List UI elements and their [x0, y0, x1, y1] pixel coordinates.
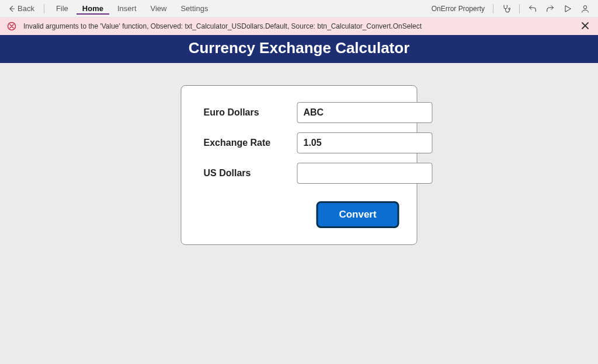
top-menubar: Back File Home Insert View Settings OnEr… [0, 0, 598, 18]
property-label: OnError Property [432, 5, 485, 13]
divider [44, 4, 44, 13]
divider [519, 4, 520, 13]
back-label: Back [18, 4, 34, 13]
input-exchange-rate[interactable] [297, 132, 433, 153]
error-icon [7, 22, 16, 31]
back-button[interactable]: Back [5, 3, 38, 14]
menu-item-insert[interactable]: Insert [112, 3, 142, 14]
divider [493, 4, 493, 13]
menu-item-view[interactable]: View [145, 3, 173, 14]
error-bar: Invalid arguments to the 'Value' functio… [0, 18, 598, 35]
row-usd: US Dollars [204, 163, 399, 184]
redo-button[interactable] [542, 1, 558, 16]
menu-item-settings[interactable]: Settings [175, 3, 214, 14]
error-message: Invalid arguments to the 'Value' functio… [23, 22, 422, 30]
menu-item-file[interactable]: File [50, 3, 74, 14]
input-us-dollars[interactable] [297, 163, 433, 184]
input-euro-dollars[interactable] [297, 102, 433, 123]
undo-button[interactable] [524, 1, 541, 16]
calculator-card: Euro Dollars Exchange Rate US Dollars Co… [181, 85, 418, 245]
close-icon [582, 22, 589, 29]
menu-item-home[interactable]: Home [77, 3, 109, 15]
stethoscope-icon [502, 4, 511, 13]
play-icon [563, 4, 572, 13]
convert-button[interactable]: Convert [317, 201, 399, 228]
app-title: Currency Exchange Calculator [0, 35, 598, 63]
user-button[interactable] [577, 1, 593, 16]
menubar-right: OnError Property [432, 1, 593, 16]
app-canvas: Currency Exchange Calculator Euro Dollar… [0, 35, 598, 364]
error-close-button[interactable] [579, 21, 591, 32]
label-euro: Euro Dollars [204, 107, 297, 118]
diagnostics-button[interactable] [498, 1, 514, 16]
undo-icon [528, 4, 537, 13]
svg-point-0 [509, 8, 510, 9]
label-usd: US Dollars [204, 168, 297, 178]
menubar-left: Back File Home Insert View Settings [5, 3, 214, 15]
redo-icon [545, 4, 555, 13]
label-rate: Exchange Rate [204, 138, 297, 148]
user-icon [580, 4, 590, 13]
row-euro: Euro Dollars [204, 102, 399, 123]
play-button[interactable] [559, 1, 576, 16]
back-arrow-icon [8, 5, 15, 12]
row-rate: Exchange Rate [204, 132, 399, 153]
svg-point-1 [583, 5, 586, 8]
row-convert: Convert [204, 201, 399, 228]
